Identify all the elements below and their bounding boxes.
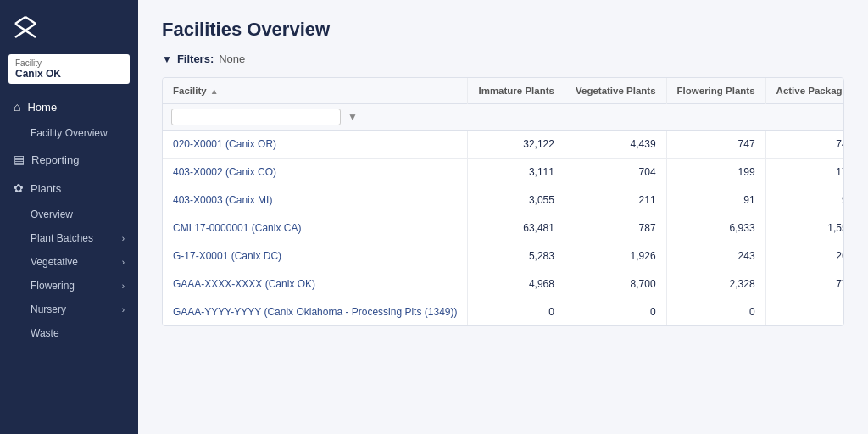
- plants-icon: ✿: [14, 181, 24, 195]
- facility-label: Facility: [15, 58, 123, 68]
- sidebar-item-vegetative-label: Vegetative: [31, 256, 78, 268]
- facilities-table: Facility ▲ Immature Plants Vegetative Pl…: [163, 78, 844, 326]
- table-body: 020-X0001 (Canix OR)32,1224,439747747441…: [163, 131, 844, 326]
- facility-selector[interactable]: Facility Canix OK: [8, 54, 130, 84]
- table-row: 020-X0001 (Canix OR)32,1224,439747747441…: [163, 131, 844, 159]
- sidebar-item-vegetative[interactable]: Vegetative ›: [0, 250, 138, 274]
- sidebar-item-home-label: Home: [27, 101, 57, 114]
- cell-value: 243: [666, 242, 765, 270]
- cell-value: 6,933: [666, 214, 765, 242]
- sidebar-item-waste[interactable]: Waste: [0, 321, 138, 345]
- col-facility[interactable]: Facility ▲: [163, 78, 468, 104]
- sidebar: Facility Canix OK ⌂ Home Facility Overvi…: [0, 0, 138, 434]
- cell-value: 211: [565, 186, 666, 214]
- cell-value: 772: [765, 270, 844, 298]
- cell-value: 63,481: [468, 214, 565, 242]
- table-row: G-17-X0001 (Canix DC)5,2831,926243269143…: [163, 242, 844, 270]
- cell-value: 1,926: [565, 242, 666, 270]
- sidebar-item-plant-batches-label: Plant Batches: [31, 232, 93, 244]
- cell-value: 199: [666, 159, 765, 186]
- cell-value: 98: [765, 186, 844, 214]
- reporting-icon: ▤: [14, 153, 25, 166]
- cell-value: 269: [765, 242, 844, 270]
- chevron-right-icon-3: ›: [122, 281, 125, 291]
- cell-facility[interactable]: 020-X0001 (Canix OR): [163, 131, 468, 159]
- sidebar-item-nursery-label: Nursery: [31, 303, 66, 315]
- sidebar-item-overview-label: Overview: [31, 209, 73, 220]
- col-flowering[interactable]: Flowering Plants: [666, 78, 765, 104]
- cell-value: 0: [468, 298, 565, 326]
- svg-line-0: [15, 17, 25, 24]
- sidebar-item-facility-overview-label: Facility Overview: [31, 127, 108, 139]
- cell-value: 32,122: [468, 131, 565, 159]
- table-row: 403-X0002 (Canix CO)3,1117041991745117: [163, 159, 844, 186]
- cell-value: 704: [565, 159, 666, 186]
- cell-value: 2,328: [666, 270, 765, 298]
- sidebar-item-overview[interactable]: Overview: [0, 203, 138, 226]
- canix-logo-icon: [14, 15, 37, 39]
- sidebar-item-reporting[interactable]: ▤ Reporting: [0, 145, 138, 174]
- filters-value: None: [219, 53, 245, 65]
- table-filter-button[interactable]: ▼: [344, 109, 361, 125]
- chevron-right-icon-2: ›: [122, 258, 125, 267]
- cell-value: 3,055: [468, 186, 565, 214]
- cell-value: 174: [765, 159, 844, 186]
- sidebar-item-home[interactable]: ⌂ Home: [0, 92, 138, 121]
- cell-facility[interactable]: G-17-X0001 (Canix DC): [163, 242, 468, 270]
- sidebar-item-nursery[interactable]: Nursery ›: [0, 298, 138, 321]
- sidebar-item-plants[interactable]: ✿ Plants: [0, 174, 138, 203]
- cell-value: 91: [666, 186, 765, 214]
- col-vegetative[interactable]: Vegetative Plants: [565, 78, 666, 104]
- cell-value: 4,439: [565, 131, 666, 159]
- cell-value: 747: [666, 131, 765, 159]
- main-content: Facilities Overview ▼ Filters: None Faci…: [138, 0, 868, 434]
- table-search-row: ▼: [163, 104, 844, 131]
- cell-value: 0: [666, 298, 765, 326]
- cell-facility[interactable]: 403-X0003 (Canix MI): [163, 186, 468, 214]
- cell-value: 787: [565, 214, 666, 242]
- table-row: 403-X0003 (Canix MI)3,0552119198225: [163, 186, 844, 214]
- cell-facility[interactable]: CML17-0000001 (Canix CA): [163, 214, 468, 242]
- filters-bar: ▼ Filters: None: [162, 53, 844, 65]
- svg-line-2: [15, 24, 25, 31]
- filters-label: Filters:: [177, 53, 214, 65]
- table-row: GAAA-XXXX-XXXX (Canix OK)4,9688,7002,328…: [163, 270, 844, 298]
- cell-facility[interactable]: 403-X0002 (Canix CO): [163, 159, 468, 186]
- page-title: Facilities Overview: [162, 19, 844, 41]
- sidebar-item-plants-label: Plants: [31, 182, 61, 195]
- sidebar-item-reporting-label: Reporting: [31, 153, 79, 166]
- cell-value: 0: [765, 298, 844, 326]
- svg-line-5: [25, 31, 36, 37]
- svg-line-3: [25, 24, 36, 31]
- filter-icon: ▼: [162, 53, 172, 65]
- table-row: GAAA-YYYY-YYYY (Canix Oklahoma - Process…: [163, 298, 844, 326]
- cell-value: 0: [565, 298, 666, 326]
- col-facility-label: Facility: [173, 86, 207, 96]
- chevron-right-icon-4: ›: [122, 305, 125, 314]
- cell-value: 8,700: [565, 270, 666, 298]
- sidebar-item-waste-label: Waste: [31, 327, 59, 339]
- table-header-row: Facility ▲ Immature Plants Vegetative Pl…: [163, 78, 844, 104]
- cell-value: 1,553: [765, 214, 844, 242]
- cell-value: 747: [765, 131, 844, 159]
- svg-line-1: [25, 17, 36, 24]
- col-packages[interactable]: Active Packages: [765, 78, 844, 104]
- chevron-right-icon: ›: [122, 234, 125, 243]
- logo-area: [0, 0, 138, 51]
- cell-value: 5,283: [468, 242, 565, 270]
- sidebar-item-facility-overview[interactable]: Facility Overview: [0, 121, 138, 145]
- table-row: CML17-0000001 (Canix CA)63,4817876,9331,…: [163, 214, 844, 242]
- sidebar-item-flowering[interactable]: Flowering ›: [0, 274, 138, 298]
- col-immature[interactable]: Immature Plants: [468, 78, 565, 104]
- sidebar-item-flowering-label: Flowering: [31, 280, 75, 292]
- sort-asc-icon: ▲: [210, 86, 219, 96]
- svg-line-4: [15, 31, 25, 37]
- facility-name: Canix OK: [15, 68, 123, 80]
- cell-value: 4,968: [468, 270, 565, 298]
- cell-facility[interactable]: GAAA-YYYY-YYYY (Canix Oklahoma - Process…: [163, 298, 468, 326]
- cell-value: 3,111: [468, 159, 565, 186]
- home-icon: ⌂: [14, 100, 20, 114]
- sidebar-item-plant-batches[interactable]: Plant Batches ›: [0, 226, 138, 250]
- cell-facility[interactable]: GAAA-XXXX-XXXX (Canix OK): [163, 270, 468, 298]
- facility-search-input[interactable]: [171, 108, 341, 125]
